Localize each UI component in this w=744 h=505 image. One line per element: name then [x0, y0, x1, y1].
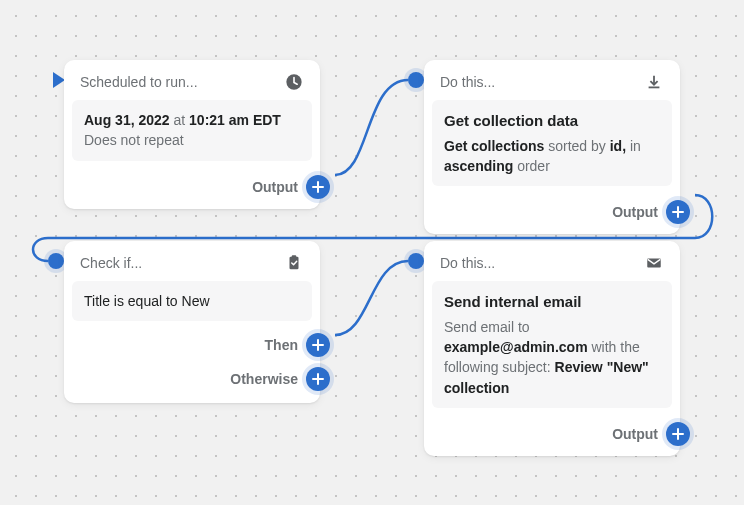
- add-output-button[interactable]: [306, 175, 330, 199]
- svg-rect-2: [292, 255, 297, 258]
- card-header: Do this...: [424, 241, 680, 281]
- card-header: Check if...: [64, 241, 320, 281]
- condition-card[interactable]: Check if... Title is equal to New Then O…: [64, 241, 320, 403]
- desc-asc: ascending: [444, 158, 513, 174]
- action-title: Get collection data: [444, 110, 660, 132]
- card-header-title: Do this...: [440, 255, 644, 271]
- download-icon: [644, 72, 664, 92]
- condition-body: Title is equal to New: [72, 281, 312, 321]
- node-entry-dot: [48, 253, 64, 269]
- output-label: Output: [612, 204, 658, 220]
- then-label: Then: [265, 337, 298, 353]
- node-entry-dot: [408, 72, 424, 88]
- desc-in: in: [626, 138, 641, 154]
- schedule-repeat: Does not repeat: [84, 130, 300, 150]
- card-header-title: Scheduled to run...: [80, 74, 284, 90]
- condition-text: Title is equal to New: [84, 293, 210, 309]
- schedule-date: Aug 31, 2022: [84, 112, 170, 128]
- card-header: Scheduled to run...: [64, 60, 320, 100]
- action-card-get-collection[interactable]: Do this... Get collection data Get colle…: [424, 60, 680, 234]
- schedule-at: at: [170, 112, 189, 128]
- svg-rect-1: [290, 257, 299, 270]
- add-output-button[interactable]: [666, 422, 690, 446]
- card-header-title: Check if...: [80, 255, 284, 271]
- action-body: Get collection data Get collections sort…: [432, 100, 672, 186]
- email-l1: Send email to: [444, 319, 530, 335]
- desc-pre: Get collections: [444, 138, 544, 154]
- desc-tail: order: [513, 158, 550, 174]
- action-title: Send internal email: [444, 291, 660, 313]
- email-address: example@admin.com: [444, 339, 588, 355]
- output-label: Output: [612, 426, 658, 442]
- trigger-card[interactable]: Scheduled to run... Aug 31, 2022 at 10:2…: [64, 60, 320, 209]
- clipboard-icon: [284, 253, 304, 273]
- otherwise-label: Otherwise: [230, 371, 298, 387]
- schedule-time: 10:21 am EDT: [189, 112, 281, 128]
- clock-icon: [284, 72, 304, 92]
- trigger-body: Aug 31, 2022 at 10:21 am EDT Does not re…: [72, 100, 312, 161]
- mail-icon: [644, 253, 664, 273]
- desc-mid: sorted by: [544, 138, 609, 154]
- action-card-send-email[interactable]: Do this... Send internal email Send emai…: [424, 241, 680, 456]
- output-label: Output: [252, 179, 298, 195]
- action-body: Send internal email Send email to exampl…: [432, 281, 672, 408]
- card-header: Do this...: [424, 60, 680, 100]
- node-entry-dot: [408, 253, 424, 269]
- card-header-title: Do this...: [440, 74, 644, 90]
- desc-id: id,: [610, 138, 626, 154]
